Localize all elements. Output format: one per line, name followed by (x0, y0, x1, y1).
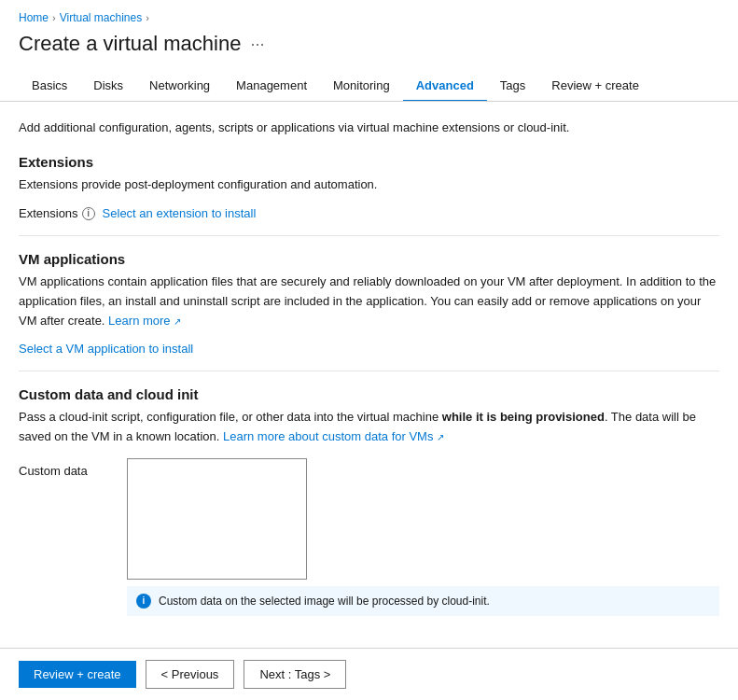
custom-data-title: Custom data and cloud init (19, 386, 719, 402)
vm-apps-title: VM applications (19, 251, 719, 267)
next-button[interactable]: Next : Tags > (244, 660, 346, 689)
custom-data-learn-more-link[interactable]: Learn more about custom data for VMs ↗ (223, 429, 444, 443)
tab-basics[interactable]: Basics (19, 71, 80, 102)
custom-data-section: Custom data and cloud init Pass a cloud-… (19, 386, 719, 616)
tab-disks[interactable]: Disks (80, 71, 136, 102)
extensions-title: Extensions (19, 154, 719, 170)
page-title: Create a virtual machine (19, 32, 241, 56)
page-description: Add additional configuration, agents, sc… (19, 119, 719, 137)
breadcrumb-sep-1: › (52, 12, 56, 23)
breadcrumb-home[interactable]: Home (19, 11, 49, 24)
info-circle-icon: i (136, 594, 151, 609)
vm-apps-learn-more-link[interactable]: Learn more ↗ (108, 314, 181, 328)
breadcrumb-sep-2: › (146, 12, 149, 23)
divider-2 (19, 371, 719, 371)
previous-button[interactable]: < Previous (146, 660, 235, 689)
footer-bar: Review + create < Previous Next : Tags > (0, 648, 738, 700)
tab-tags[interactable]: Tags (487, 71, 538, 102)
external-link-icon-2: ↗ (437, 432, 444, 442)
custom-data-info-banner: i Custom data on the selected image will… (127, 586, 719, 616)
tab-advanced[interactable]: Advanced (403, 71, 487, 102)
custom-data-label: Custom data (19, 458, 112, 478)
extensions-info-icon[interactable]: i (82, 207, 95, 220)
breadcrumb-vms[interactable]: Virtual machines (60, 11, 143, 24)
breadcrumb: Home › Virtual machines › (19, 11, 719, 24)
vm-apps-select-link[interactable]: Select a VM application to install (19, 342, 193, 356)
extensions-section: Extensions Extensions provide post-deplo… (19, 154, 719, 221)
more-options-icon[interactable]: ··· (250, 35, 264, 54)
extensions-field-label: Extensions (19, 206, 78, 220)
tab-monitoring[interactable]: Monitoring (320, 71, 403, 102)
tab-review-create[interactable]: Review + create (538, 71, 652, 102)
vm-applications-section: VM applications VM applications contain … (19, 251, 719, 356)
tab-management[interactable]: Management (223, 71, 320, 102)
extensions-description: Extensions provide post-deployment confi… (19, 175, 719, 194)
extensions-select-link[interactable]: Select an extension to install (103, 206, 257, 220)
custom-data-info-text: Custom data on the selected image will b… (159, 595, 490, 608)
tab-networking[interactable]: Networking (136, 71, 223, 102)
custom-data-description: Pass a cloud-init script, configuration … (19, 408, 719, 447)
review-create-button[interactable]: Review + create (19, 661, 136, 688)
divider-1 (19, 235, 719, 236)
external-link-icon-1: ↗ (174, 316, 181, 327)
tabs-nav: Basics Disks Networking Management Monit… (0, 71, 738, 102)
custom-data-textarea[interactable] (127, 458, 307, 580)
vm-apps-description: VM applications contain application file… (19, 273, 719, 330)
